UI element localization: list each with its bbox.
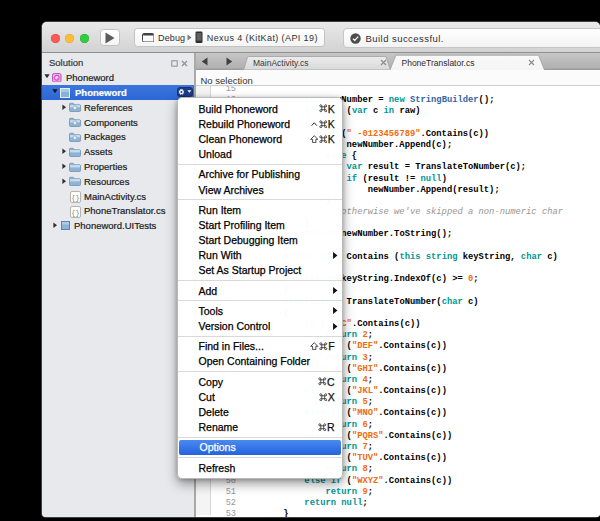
svg-text:{}: {} bbox=[71, 209, 79, 217]
svg-text:{}: {} bbox=[71, 194, 79, 202]
